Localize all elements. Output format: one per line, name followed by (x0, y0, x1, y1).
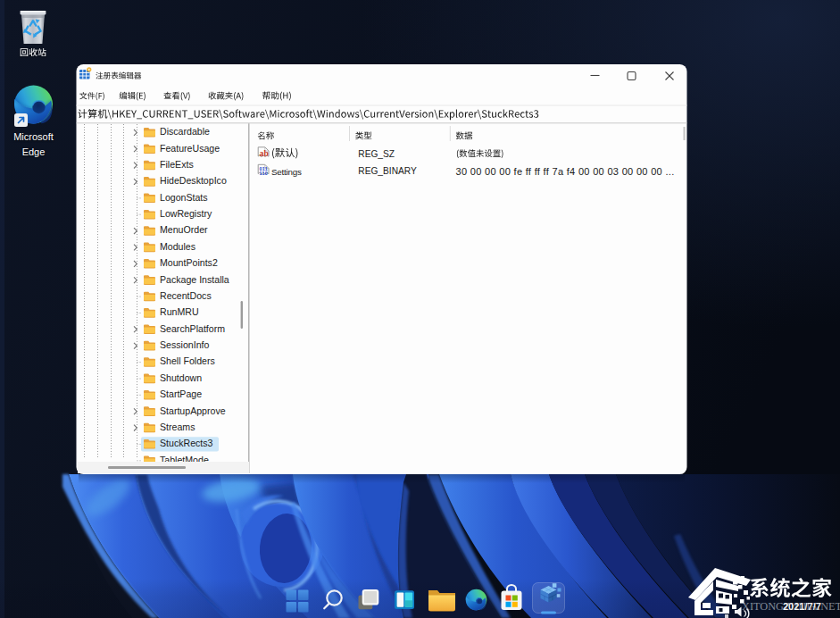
svg-text:110: 110 (259, 171, 268, 176)
svg-text:ab: ab (260, 148, 269, 158)
